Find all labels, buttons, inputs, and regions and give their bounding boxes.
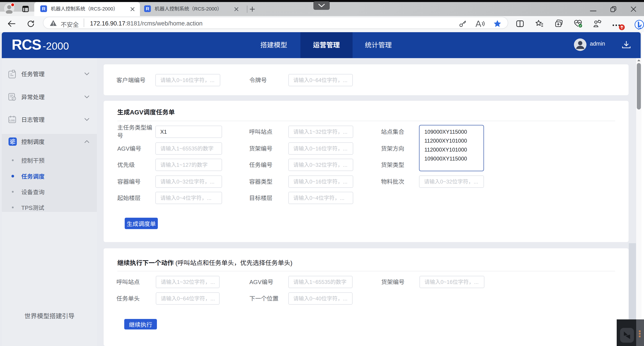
svg-text:LOG: LOG xyxy=(10,119,15,122)
svg-text:R: R xyxy=(146,6,149,11)
svg-text:R: R xyxy=(42,6,45,11)
